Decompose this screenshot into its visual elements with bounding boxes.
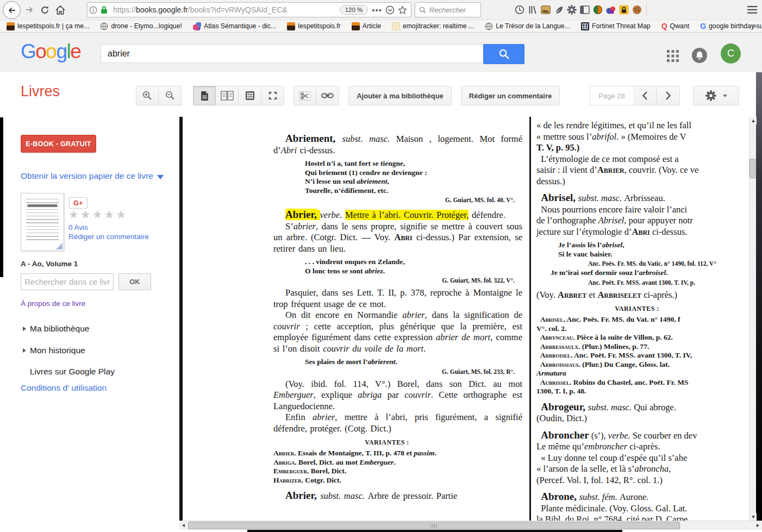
sidebar-item-my-library[interactable]: Ma bibliothèque xyxy=(23,324,89,334)
about-this-book-link[interactable]: À propos de ce livre xyxy=(21,299,85,308)
two-page-view-button[interactable] xyxy=(216,86,239,105)
horizontal-scrollbar-thumb[interactable] xyxy=(188,522,680,529)
library-icon[interactable] xyxy=(526,5,539,15)
terms-of-use-link[interactable]: Conditions d' utilisation xyxy=(21,383,107,393)
forward-arrow-icon xyxy=(25,5,34,14)
horizontal-scrollbar[interactable] xyxy=(179,521,762,530)
google-favicon: G xyxy=(700,22,706,30)
browser-search-input[interactable] xyxy=(428,5,477,15)
password-lock-icon[interactable] xyxy=(617,5,630,15)
site-info-icon[interactable] xyxy=(89,6,97,14)
next-page-button[interactable] xyxy=(657,86,680,105)
quill-pen-icon[interactable] xyxy=(552,5,565,15)
get-print-version-link[interactable]: Obtenir la version papier de ce livre xyxy=(21,171,164,181)
gplus-share-button[interactable]: G+ xyxy=(69,197,88,209)
browser-search-box[interactable] xyxy=(415,2,481,17)
book-line: Aubrissel. Robins du Chastel, anc. Poët.… xyxy=(536,378,749,387)
clip-button[interactable] xyxy=(293,86,316,105)
books-search-input[interactable] xyxy=(101,44,484,63)
bookmark-item[interactable]: lespetitspois.fr xyxy=(287,22,341,30)
browser-toolbar: https://books.google.fr/books?id=vRWyQSA… xyxy=(0,0,762,20)
sidebar-item-my-history[interactable]: Mon historique xyxy=(23,346,85,355)
bookmark-item[interactable]: Fortinet Threat Map xyxy=(581,22,651,30)
write-review-link[interactable]: Rédiger un commentaire xyxy=(68,233,149,241)
bookmark-item[interactable]: emojitracker: realtime ... xyxy=(392,22,474,30)
book-line: Arbroissiaus. (Plur.) Du Cange, Gloss. l… xyxy=(536,360,749,370)
sidebar-toggle-icon[interactable] xyxy=(578,5,591,14)
thumbnail-view-button[interactable] xyxy=(239,86,261,105)
bookmark-star-icon[interactable] xyxy=(398,5,407,15)
reload-button[interactable] xyxy=(39,4,50,15)
cookie-extension-icon[interactable] xyxy=(630,5,644,15)
spheres-extension-icon[interactable] xyxy=(604,5,617,15)
qwant-favicon: Q xyxy=(661,22,667,30)
zoom-level-badge[interactable]: 120 % xyxy=(340,5,368,15)
write-review-button[interactable]: Rédiger un commentaire xyxy=(461,86,560,105)
book-paragraph: Enfin abrier, mettre à l’abri, pris figu… xyxy=(273,412,522,434)
google-apps-grid-icon[interactable] xyxy=(666,49,679,62)
ok-button[interactable]: OK xyxy=(118,273,151,290)
left-edge-strip xyxy=(0,117,3,277)
star-rating[interactable]: ★★★★★ xyxy=(68,208,128,221)
bookmark-item[interactable]: drone - Etymo...logique! xyxy=(100,22,182,30)
book-line: « l’arson de la selle, et là s’abroncha, xyxy=(536,464,749,475)
account-avatar[interactable]: C xyxy=(721,43,741,64)
pp-favicon xyxy=(287,22,295,30)
bookmark-item[interactable]: Atlas Sémantique - dic... xyxy=(193,22,276,30)
settings-gear-button[interactable] xyxy=(693,86,739,105)
search-button[interactable] xyxy=(483,44,524,64)
book-line: Emberguer. Borel, Dict. xyxy=(273,467,522,476)
book-line: Ses plaies de mort l’abrierent. xyxy=(305,358,522,367)
notifications-bell-icon[interactable] xyxy=(691,47,708,64)
scroll-down-arrow[interactable] xyxy=(749,513,757,521)
bookmark-item[interactable]: Le Trésor de la Langue... xyxy=(485,22,570,30)
globe-favicon xyxy=(485,22,493,30)
https-lock-icon[interactable] xyxy=(101,5,108,14)
url-bar[interactable]: https://books.google.fr/books?id=vRWyQSA… xyxy=(87,2,411,17)
two-page-icon xyxy=(221,91,234,101)
book-line: dessus.) xyxy=(536,176,749,187)
fullscreen-button[interactable] xyxy=(261,86,284,105)
scroll-up-arrow[interactable] xyxy=(749,117,757,124)
book-line: Abroncher (s’), verbe. Se courber en dev xyxy=(536,430,749,442)
back-button[interactable] xyxy=(3,1,21,19)
zoom-out-button[interactable] xyxy=(159,86,182,105)
bookmark-item[interactable]: lespetitspois.fr | ça me... xyxy=(7,22,89,30)
home-button[interactable] xyxy=(54,4,66,15)
book-line: Armatura xyxy=(536,369,749,378)
bookmarks-overflow-chevron[interactable]: » xyxy=(752,21,757,30)
zoom-in-button[interactable] xyxy=(136,86,159,105)
book-cover-thumbnail[interactable] xyxy=(21,193,64,251)
page-actions-icon[interactable]: ••• xyxy=(372,5,382,15)
ebook-free-button[interactable]: E-BOOK - GRATUIT xyxy=(21,135,96,153)
previous-page-button[interactable] xyxy=(633,86,657,105)
sidebar-item-google-play-books[interactable]: Livres sur Google Play xyxy=(30,367,115,377)
book-paragraph: Abrier, verbe. Mettre à l’abri. Couvrir.… xyxy=(273,209,522,221)
gear-icon[interactable] xyxy=(565,5,578,15)
google-logo[interactable]: Google xyxy=(21,40,80,63)
single-page-view-button[interactable] xyxy=(193,86,216,105)
book-line: VARIANTES : xyxy=(536,305,738,313)
search-in-book-input[interactable] xyxy=(21,273,114,290)
forward-button[interactable] xyxy=(24,5,35,15)
book-paragraph: S’abrier, dans le sens propre, signifie … xyxy=(273,221,522,255)
bookmark-item[interactable]: Article xyxy=(352,22,381,30)
page-number-field[interactable]: Page 28 xyxy=(590,86,634,105)
book-line: Abrynceau. Pièce à la suite de Villon, p… xyxy=(536,333,749,342)
pocket-icon[interactable] xyxy=(385,5,395,15)
scroll-right-arrow[interactable] xyxy=(754,521,761,530)
bookmark-item[interactable]: QQwant xyxy=(661,22,689,30)
book-page[interactable]: Abriement, subst. masc. Maison , logemen… xyxy=(183,117,749,521)
scroll-left-arrow[interactable] xyxy=(179,521,187,530)
book-line: Abrogeur, subst. masc. Qui abroge. xyxy=(536,402,749,414)
add-to-library-button[interactable]: Ajouter à ma bibliothèque xyxy=(348,86,452,105)
hamburger-menu-icon[interactable] xyxy=(746,5,759,14)
globe-extension-icon[interactable] xyxy=(591,5,604,15)
book-line: Arbroisel. Anc. Poët. Fr. MSS. avant 130… xyxy=(536,351,749,360)
link-button[interactable] xyxy=(316,86,339,105)
vertical-scrollbar-thumb[interactable] xyxy=(749,159,755,178)
screenshot-image-icon[interactable] xyxy=(539,5,552,14)
reviews-count-link[interactable]: 0 Avis xyxy=(68,223,88,231)
history-clock-icon[interactable] xyxy=(513,5,526,15)
toolbar-divider xyxy=(646,3,647,16)
